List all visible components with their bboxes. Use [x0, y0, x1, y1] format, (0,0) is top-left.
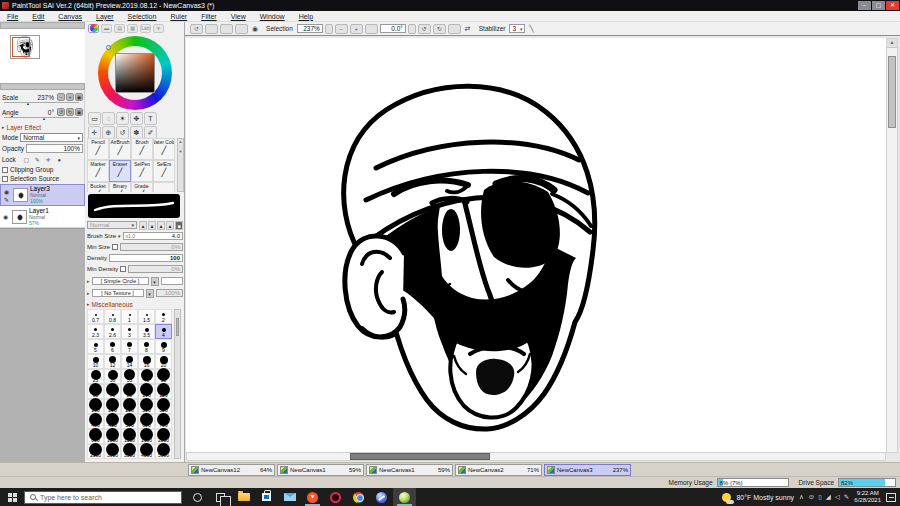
eye-icon[interactable]: ◉ — [4, 188, 9, 195]
navigator-scrollbar-bottom[interactable] — [0, 83, 85, 90]
density-field[interactable]: 100 — [109, 254, 183, 262]
min-density-checkbox[interactable] — [120, 266, 126, 272]
menu-help[interactable]: Help — [292, 13, 320, 20]
scale-button[interactable]: − — [57, 93, 65, 101]
brush-selpen[interactable]: SelPen╱ — [131, 160, 153, 182]
clipping-group-row[interactable]: Clipping Group — [0, 165, 85, 174]
brush-size-40[interactable]: 40 — [138, 369, 155, 384]
brush-size-14[interactable]: 14 — [121, 354, 138, 369]
edge-shape-button[interactable]: ▲ — [139, 221, 147, 230]
title-bar[interactable]: PaintTool SAI Ver.2 (64bit) Preview.2019… — [0, 0, 900, 11]
brave-icon[interactable] — [301, 488, 324, 506]
toolbar-button[interactable] — [220, 24, 233, 34]
scrollbar-handle[interactable] — [176, 318, 179, 336]
brush-size-350[interactable]: 350 — [155, 399, 172, 414]
tray-chevron-icon[interactable]: ∧ — [799, 493, 804, 501]
canvas-tab-newcanvas3[interactable]: NewCanvas3237% — [544, 464, 631, 476]
task-view-icon[interactable] — [209, 488, 232, 506]
scrollbar-handle[interactable] — [350, 453, 490, 460]
brush-binary[interactable]: Binary╱ — [109, 182, 131, 192]
menu-ruler[interactable]: Ruler — [163, 13, 194, 20]
navigator-thumbnail[interactable] — [10, 35, 40, 59]
brush-size-160[interactable]: 160 — [87, 399, 104, 414]
brush-size-1[interactable]: 1 — [121, 309, 138, 324]
scrollbar-handle[interactable] — [888, 56, 896, 128]
rotate-cw-button[interactable]: ↻ — [433, 24, 446, 34]
text-tool-icon[interactable]: T — [144, 112, 157, 125]
menu-filter[interactable]: Filter — [194, 13, 224, 20]
canvas[interactable] — [186, 38, 886, 453]
angle-slider[interactable]: ▲ — [4, 117, 79, 122]
texture-dropdown-button[interactable]: ▾ — [146, 289, 154, 298]
brush-size-3000[interactable]: 3000 — [104, 444, 121, 459]
eye-icon[interactable]: ◉ — [3, 213, 8, 220]
brush-size-25[interactable]: 25 — [87, 369, 104, 384]
menu-file[interactable]: File — [0, 13, 25, 20]
brush-size-2000[interactable]: 2000 — [155, 429, 172, 444]
brush-size-50[interactable]: 50 — [155, 369, 172, 384]
lasso-icon[interactable]: ◌ — [102, 112, 115, 125]
brush-size-600[interactable]: 600 — [138, 414, 155, 429]
brush-size-16[interactable]: 16 — [138, 354, 155, 369]
horizontal-scrollbar[interactable] — [186, 452, 886, 461]
lock-position-icon[interactable]: ✛ — [44, 155, 53, 164]
angle-button[interactable]: ↺ — [57, 108, 65, 116]
hue-ring[interactable] — [98, 36, 172, 110]
lock-transparent-icon[interactable]: ▢ — [22, 155, 31, 164]
brush-size-3[interactable]: 3 — [121, 324, 138, 339]
saturation-value-square[interactable] — [115, 53, 155, 93]
minimize-button[interactable]: – — [858, 1, 871, 10]
brush-size-450[interactable]: 450 — [104, 414, 121, 429]
brush-size-field[interactable]: x1.04.0 — [123, 232, 183, 240]
brush-size-400[interactable]: 400 — [87, 414, 104, 429]
brush-size-4[interactable]: 4 — [155, 324, 172, 339]
brush-size-3500[interactable]: 3500 — [121, 444, 138, 459]
brush-size-20[interactable]: 20 — [155, 354, 172, 369]
selection-move-icon[interactable]: ✥ — [130, 112, 143, 125]
brush-size-5[interactable]: 5 — [87, 339, 104, 354]
menu-layer[interactable]: Layer — [89, 13, 121, 20]
store-icon[interactable] — [255, 488, 278, 506]
shape-strength-field[interactable] — [161, 277, 183, 285]
magic-wand-icon[interactable]: ✶ — [116, 112, 129, 125]
rgb-slider-tab[interactable]: ▬ — [101, 24, 112, 33]
stabilizer-select[interactable]: 3▾ — [509, 24, 525, 33]
brush-size-2-6[interactable]: 2.6 — [104, 324, 121, 339]
scale-button[interactable]: + — [66, 93, 74, 101]
brush-size-0-8[interactable]: 0.8 — [104, 309, 121, 324]
clipping-group-checkbox[interactable] — [2, 167, 8, 173]
brush-size-60[interactable]: 60 — [87, 384, 104, 399]
brush-size-12[interactable]: 12 — [104, 354, 121, 369]
tray-network-icon[interactable]: ◢ — [826, 493, 831, 501]
shape-dropdown-button[interactable]: ▾ — [151, 277, 159, 286]
chevron-down-icon[interactable]: ▾ — [118, 233, 121, 239]
brush-size-200[interactable]: 200 — [104, 399, 121, 414]
scroll-up-arrow[interactable]: ▲ — [887, 39, 897, 48]
blend-mode-select[interactable]: Normal▾ — [20, 133, 83, 142]
brush-texture-select[interactable]: [ No Texture ] — [92, 289, 144, 297]
maximize-button[interactable]: ▢ — [872, 1, 885, 10]
hsv-slider-tab[interactable]: ▤ — [114, 24, 125, 33]
opera-gx-icon[interactable] — [324, 488, 347, 506]
brush-size-800[interactable]: 800 — [87, 429, 104, 444]
selection-source-row[interactable]: Selection Source — [0, 174, 85, 183]
brush-size-100[interactable]: 100 — [138, 384, 155, 399]
close-button[interactable]: ✕ — [886, 1, 899, 10]
brush-size-10[interactable]: 10 — [87, 354, 104, 369]
brush-blend-select[interactable]: Normal▾ — [87, 221, 137, 229]
scale-button[interactable]: ▣ — [75, 93, 83, 101]
angle-button[interactable]: ↻ — [66, 108, 74, 116]
brush-size-5000[interactable]: 5000 — [155, 444, 172, 459]
start-button[interactable] — [0, 488, 24, 506]
brush-water-color[interactable]: Water Color╱ — [153, 138, 175, 160]
expand-arrow-icon[interactable]: ▸ — [87, 278, 90, 284]
edge-shape-button[interactable]: ▲ — [157, 221, 165, 230]
chrome-icon[interactable] — [347, 488, 370, 506]
expand-arrow-icon[interactable]: ▸ — [87, 290, 90, 296]
canvas-tab-newcanvas2[interactable]: NewCanvas271% — [455, 464, 542, 476]
angle-reset-button[interactable] — [408, 24, 416, 34]
opacity-slider[interactable]: 100% — [26, 144, 83, 153]
edge-shape-button[interactable]: ■ — [175, 221, 183, 230]
canvas-tab-newcanvas1[interactable]: NewCanvas159% — [277, 464, 364, 476]
brush-size-700[interactable]: 700 — [155, 414, 172, 429]
